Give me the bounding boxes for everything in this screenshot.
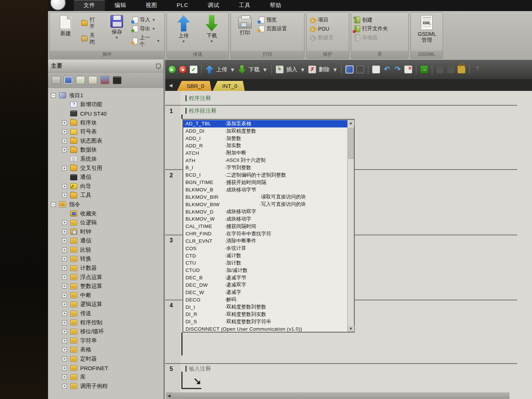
save-button[interactable]: 保存 ▼: [103, 14, 130, 51]
tree-expander[interactable]: +: [62, 147, 67, 152]
symbol-table-view-icon[interactable]: [64, 76, 73, 84]
run-icon[interactable]: ▶: [168, 65, 176, 74]
tree-item[interactable]: +程序控制: [48, 318, 164, 327]
clear-icon[interactable]: [404, 65, 412, 74]
instruction-list-item[interactable]: ADD_I·加整数: [183, 135, 347, 142]
tree-expander[interactable]: +: [62, 193, 67, 198]
undo-icon[interactable]: ↶: [383, 65, 391, 74]
page-icon[interactable]: [372, 65, 380, 74]
tree-expander[interactable]: +: [62, 139, 67, 143]
new-button[interactable]: 新建: [52, 14, 79, 51]
instruction-list-item[interactable]: CLR_EVNT·清除中断事件: [183, 238, 347, 245]
tree-expander[interactable]: +: [62, 229, 67, 234]
stop-icon[interactable]: ■: [179, 65, 187, 74]
tree-item[interactable]: +逻辑运算: [48, 300, 164, 309]
tree-item[interactable]: +向导: [48, 182, 164, 191]
instruction-list-item[interactable]: ATCH·附加中断: [183, 149, 347, 157]
upload-button[interactable]: 上传▼: [172, 14, 195, 51]
data-block-view-icon[interactable]: [88, 76, 97, 84]
tree-item[interactable]: +定时器: [48, 354, 164, 364]
protect-pou-button[interactable]: POU: [309, 25, 336, 33]
instruction-list-item[interactable]: B_I·字节到整数: [183, 164, 347, 171]
tree-item[interactable]: +通信: [48, 173, 164, 182]
instruction-list-item[interactable]: BLKMOV_B·成块移动字节: [183, 186, 347, 194]
instruction-list-item[interactable]: BLKMOV_BIR·读取可直接访问的块: [183, 193, 347, 201]
tree-item[interactable]: +工具: [48, 191, 164, 200]
menu-tab-编辑[interactable]: 编辑: [105, 0, 136, 11]
tree-item[interactable]: +通信: [48, 236, 164, 246]
instruction-list-item[interactable]: DI_I·双精度整数到整数: [183, 303, 347, 311]
tree-item[interactable]: +时钟: [48, 227, 164, 236]
list-scrollbar[interactable]: ▲ ▼: [347, 120, 354, 332]
tree-expander[interactable]: +: [62, 302, 67, 307]
scroll-up-icon[interactable]: ▲: [348, 120, 354, 126]
scroll-thumb[interactable]: [348, 128, 354, 159]
protect-project-button[interactable]: 项目: [309, 16, 336, 24]
close-button[interactable]: 关闭: [81, 31, 102, 46]
download-toolbar-label[interactable]: 下载: [249, 66, 260, 73]
tree-expander[interactable]: +: [62, 256, 67, 261]
symbolic-addressing-icon[interactable]: [356, 65, 364, 74]
network-1-comment[interactable]: 程序段注释: [185, 108, 216, 114]
gsdml-manage-button[interactable]: GSDML管理: [413, 14, 440, 51]
export-button[interactable]: 导出▼: [132, 25, 163, 33]
cross-reference-view-icon[interactable]: [100, 76, 109, 84]
instruction-list-item[interactable]: BLKMOV_BIW·写入可直接访问的块: [183, 201, 347, 208]
tree-item[interactable]: +PROFINET: [48, 364, 164, 373]
insert-label[interactable]: 插入: [286, 66, 297, 73]
tree-expander[interactable]: +: [62, 320, 67, 325]
tree-item[interactable]: +系统块: [48, 154, 164, 164]
delete-dropdown[interactable]: ▼: [332, 66, 338, 73]
menu-tab-调试[interactable]: 调试: [198, 0, 229, 11]
upload-dropdown[interactable]: ▼: [230, 66, 235, 73]
delete-label[interactable]: 删除: [319, 66, 330, 73]
tree-item[interactable]: −项目1: [48, 91, 164, 100]
tree-item[interactable]: +转换: [48, 255, 164, 264]
tree-item[interactable]: +符号表: [48, 127, 164, 136]
tree-item[interactable]: +状态图表: [48, 136, 164, 146]
tree-expander[interactable]: +: [62, 120, 67, 125]
instruction-list-item[interactable]: COS·余弦计算: [183, 245, 347, 252]
tree-expander[interactable]: +: [62, 129, 67, 134]
menu-tab-工具[interactable]: 工具: [229, 0, 260, 11]
tree-item[interactable]: +浮点运算: [48, 273, 164, 282]
instruction-list-item[interactable]: CHR_FIND·在字符串中查找字符: [183, 230, 347, 238]
tree-expander[interactable]: +: [62, 220, 67, 225]
instruction-list-item[interactable]: CTU·加计数: [183, 259, 347, 267]
tree-item[interactable]: +表格: [48, 345, 164, 355]
tab-scroll-left-icon[interactable]: ◀: [167, 81, 174, 89]
tree-expander[interactable]: +: [62, 266, 67, 270]
tree-expander[interactable]: −: [51, 93, 56, 98]
upload-toolbar-icon[interactable]: [205, 65, 214, 74]
download-toolbar-icon[interactable]: [238, 65, 246, 74]
tree-expander[interactable]: +: [62, 375, 67, 379]
menu-tab-帮助[interactable]: 帮助: [260, 0, 291, 11]
open-button[interactable]: 打开: [81, 16, 102, 31]
tree-expander[interactable]: −: [51, 202, 56, 207]
tree-expander[interactable]: +: [62, 329, 67, 334]
instruction-list-item[interactable]: DEC_W·递减字: [183, 289, 347, 296]
instruction-list-item[interactable]: BLKMOV_W·成块移动字: [183, 215, 347, 223]
instruction-list-item[interactable]: DEC_DW·递减双字: [183, 282, 347, 289]
instruction-list-item[interactable]: CTUD·加/减计数: [183, 267, 347, 274]
tree-item[interactable]: +收藏夹: [48, 209, 164, 218]
status-chart-view-icon[interactable]: [76, 76, 85, 84]
tree-expander[interactable]: +: [62, 338, 67, 343]
cpu-view-icon[interactable]: [52, 76, 61, 84]
library-create-button[interactable]: +创建: [354, 16, 390, 24]
compile-icon[interactable]: ✓: [190, 65, 198, 74]
instruction-list-item[interactable]: CTD·减计数: [183, 252, 347, 259]
tree-item[interactable]: −指令: [48, 200, 164, 209]
menu-tab-PLC[interactable]: PLC: [167, 0, 198, 11]
app-logo-button[interactable]: [50, 0, 66, 10]
tree-item[interactable]: +程序块: [48, 118, 164, 127]
tree-expander[interactable]: +: [62, 275, 67, 280]
instruction-list-item[interactable]: CAL_ITIME·捕获间隔时间: [183, 223, 347, 230]
tree-item[interactable]: +调用子例程: [48, 382, 164, 391]
symbol-table-icon[interactable]: [345, 65, 354, 74]
instruction-list-item[interactable]: AD_T_TBL·添加至表格: [183, 120, 347, 127]
editor-tab-SBR_0[interactable]: SBR_0: [177, 81, 212, 91]
tree-item[interactable]: +位逻辑: [48, 218, 164, 227]
instruction-list-item[interactable]: DISCONNECT (Open User Communication (v1.…: [183, 325, 347, 332]
tree-item[interactable]: +移位/循环: [48, 327, 164, 336]
